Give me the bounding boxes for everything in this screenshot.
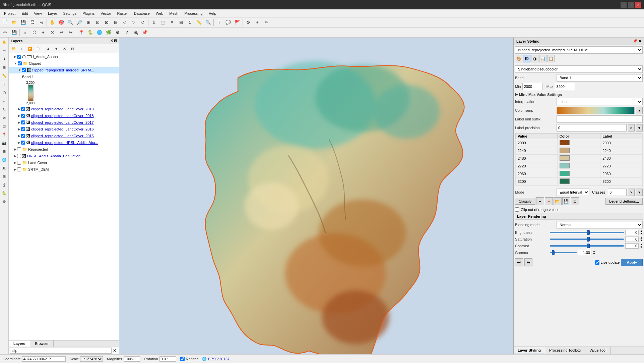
redo-btn[interactable]: ↪ <box>66 28 75 37</box>
layer-up-btn[interactable]: ▲ <box>45 45 52 52</box>
min-input[interactable] <box>522 83 542 90</box>
classes-down[interactable]: ▼ <box>636 189 643 196</box>
layer-item-lc2017[interactable]: ▶ 🖼 clipped_reprojected_LandCover_2017 <box>9 119 119 126</box>
pan-to-btn[interactable]: 🎯 <box>57 18 66 27</box>
zoom-full-btn[interactable]: ⊞ <box>84 18 93 27</box>
chk-lc2018[interactable] <box>21 114 25 118</box>
rp-close-icon[interactable]: ✕ <box>638 39 641 43</box>
saturation-down[interactable]: ▼ <box>640 239 643 242</box>
zoom-native-btn[interactable]: ⊟ <box>111 18 120 27</box>
label-prec-input[interactable] <box>557 124 627 132</box>
minimize-button[interactable]: — <box>621 2 627 8</box>
lt-vert[interactable]: ⊡ <box>0 122 8 130</box>
label-unit-input[interactable] <box>557 115 643 123</box>
layer-remove-btn[interactable]: ✕ <box>61 45 68 52</box>
max-input[interactable] <box>555 83 575 90</box>
contrast-down[interactable]: ▼ <box>640 246 643 249</box>
undo-style-btn[interactable]: ↩ <box>515 258 523 266</box>
color-swatch-3200[interactable] <box>557 178 600 186</box>
tips-btn[interactable]: 💬 <box>224 18 233 27</box>
lt-meas[interactable]: 📏 <box>0 72 8 80</box>
menu-project[interactable]: Project <box>1 11 18 16</box>
map-area[interactable] <box>119 38 513 354</box>
chk-lc2016[interactable] <box>21 127 25 131</box>
rp-icon-paint[interactable]: 🎨 <box>515 55 522 62</box>
gamma-value[interactable] <box>578 250 591 255</box>
expand-lc2017[interactable]: ▶ <box>18 121 20 124</box>
lt-scale[interactable]: ⊠ <box>0 114 8 122</box>
magnifier-input[interactable] <box>124 356 140 362</box>
classify-button[interactable]: Classify <box>515 198 535 205</box>
menu-layer[interactable]: Layer <box>45 11 60 16</box>
menu-view[interactable]: View <box>31 11 45 16</box>
lt-rot[interactable]: ↻ <box>0 105 8 113</box>
add-class-btn[interactable]: + <box>536 197 544 205</box>
digitize-feat-btn[interactable]: ⬡ <box>30 28 39 37</box>
color-swatch-2240[interactable] <box>557 147 600 155</box>
select-feat-btn[interactable]: ⬚ <box>158 18 167 27</box>
rp-icon-legend[interactable]: 📋 <box>547 55 555 62</box>
ltab-browser[interactable]: Browser <box>30 341 53 347</box>
maximize-button[interactable]: □ <box>628 2 634 8</box>
layer-expand-btn[interactable]: ⊞ <box>34 45 42 52</box>
saturation-thumb[interactable] <box>587 237 590 242</box>
open-project-btn[interactable]: 📂 <box>10 18 18 27</box>
stat-btn[interactable]: Σ <box>186 18 194 27</box>
menu-processing[interactable]: Processing <box>182 11 205 16</box>
scale-select[interactable]: 1:127428 <box>80 356 103 362</box>
minmax-settings-row[interactable]: ▶ Min / Max Value Settings <box>515 92 643 97</box>
mode-select[interactable]: Equal Interval <box>557 189 589 196</box>
lt-ann[interactable]: T <box>0 80 8 88</box>
contrast-track[interactable] <box>550 245 624 247</box>
redo-style-btn[interactable]: ↪ <box>524 258 532 266</box>
layer-item-lc2018[interactable]: ▶ 🖼 clipped_reprojected_LandCover_2018 <box>9 112 119 119</box>
chk-lc2015[interactable] <box>21 134 25 138</box>
contrast-thumb[interactable] <box>587 244 590 248</box>
expand-lc2015[interactable]: ▶ <box>18 134 20 138</box>
menu-edit[interactable]: Edit <box>19 11 30 16</box>
measure-btn[interactable]: 📏 <box>195 18 203 27</box>
chk-srtmdem[interactable] <box>17 167 21 171</box>
expand-hrsl-pop[interactable]: ▶ <box>14 154 16 158</box>
legend-settings-button[interactable]: Legend Settings... <box>605 198 643 205</box>
digitize-btn[interactable]: ✏ <box>262 18 271 27</box>
render-type-select[interactable]: Singleband pseudocolor <box>515 65 643 73</box>
open-table-btn[interactable]: ⊞ <box>177 18 185 27</box>
menu-plugins[interactable]: Plugins <box>80 11 97 16</box>
color-ramp-display[interactable] <box>557 107 635 114</box>
lt-gps[interactable]: 📍 <box>0 131 8 139</box>
menu-settings[interactable]: Settings <box>60 11 79 16</box>
save-layer-btn[interactable]: 💾 <box>10 28 18 37</box>
layer-item-srtmdem[interactable]: ▶ 📁 SRTM_DEM <box>9 166 119 173</box>
lt-edit[interactable]: ✏ <box>0 47 8 55</box>
help2-btn[interactable]: ? <box>122 28 131 37</box>
del-class-btn[interactable]: − <box>545 197 553 205</box>
zoom-out-btn[interactable]: 🔎 <box>75 18 84 27</box>
expand-clipped[interactable]: ▼ <box>14 62 17 65</box>
lt-ext[interactable]: ⊞ <box>0 172 8 180</box>
menu-vector[interactable]: Vector <box>98 11 114 16</box>
saturation-value[interactable] <box>625 237 639 242</box>
print-btn[interactable]: 🖨 <box>37 18 46 27</box>
layer-item-srtm[interactable]: ▼ 🖼 clipped_reprojected_merged_SRTM... <box>9 67 119 73</box>
interp-select[interactable]: Linear <box>557 98 643 105</box>
edit-btn[interactable]: ✏ <box>1 28 9 37</box>
zoom-sel-btn[interactable]: ⊡ <box>93 18 102 27</box>
coord-input[interactable] <box>22 356 66 362</box>
gps-btn[interactable]: 📍 <box>77 28 86 37</box>
add-geom-btn[interactable]: + <box>39 28 48 37</box>
menu-database[interactable]: Database <box>131 11 152 16</box>
lt-pan[interactable]: ✋ <box>0 38 8 46</box>
lt-node[interactable]: ⬦ <box>0 97 8 105</box>
saturation-track[interactable] <box>550 239 624 240</box>
search-btn[interactable]: 🔍 <box>204 18 212 27</box>
layer-item-reproj[interactable]: ▶ 📁 Reprojected <box>9 146 119 153</box>
render-checkbox[interactable] <box>180 357 185 361</box>
layers-header-float[interactable]: ⊡ <box>114 39 117 43</box>
lt-feat[interactable]: ⬡ <box>0 89 8 97</box>
layer-open-btn[interactable]: 📂 <box>10 45 17 52</box>
brightness-thumb[interactable] <box>587 230 590 235</box>
grass-btn[interactable]: 🌿 <box>104 28 113 37</box>
close-button[interactable]: ✕ <box>635 2 641 8</box>
layer-item-clipped-group[interactable]: ▼ 📁 Clipped <box>9 60 119 67</box>
